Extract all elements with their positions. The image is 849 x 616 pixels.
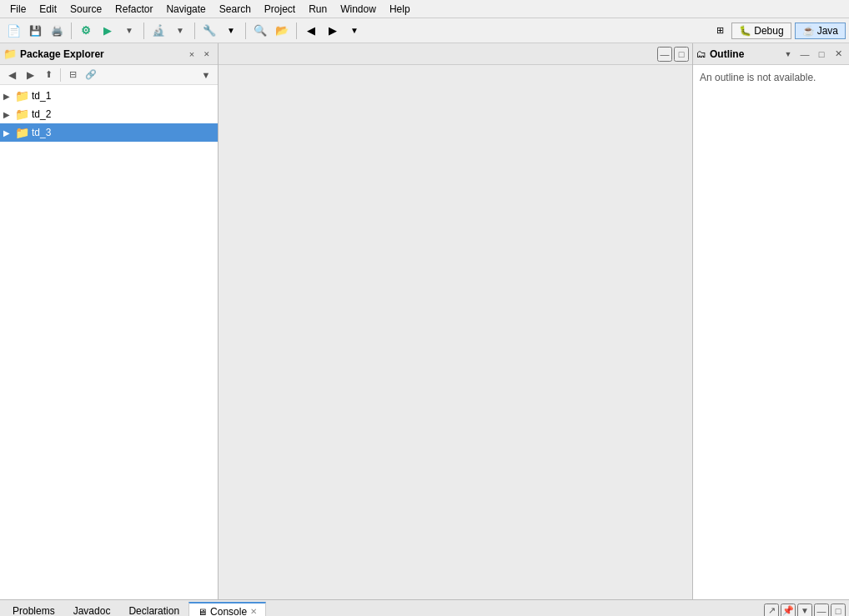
bottom-tab-right: ↗ 📌 ▼ — □ [764, 603, 846, 617]
console-display-dropdown-button[interactable]: ▼ [797, 603, 812, 617]
folder-icon-td3: 📁 [15, 126, 29, 139]
toolbar-sep-3 [194, 23, 195, 39]
console-open-console-button[interactable]: ↗ [764, 603, 779, 617]
outline-panel: 🗂 Outline ▼ — □ ✕ An outline is not avai… [692, 43, 849, 599]
tab-problems-label: Problems [13, 605, 55, 617]
toolbar-sep-1 [71, 23, 72, 39]
toolbar-sep-5 [296, 23, 297, 39]
menu-navigate[interactable]: Navigate [159, 2, 212, 17]
outline-maximize-button[interactable]: □ [814, 47, 829, 62]
tab-console[interactable]: 🖥 Console ✕ [188, 602, 266, 617]
new-button[interactable]: 📄 [3, 21, 23, 41]
tree-label-td1: td_1 [32, 90, 51, 102]
debug-icon: 🐛 [739, 25, 751, 37]
pkg-collapse-button[interactable]: ⊟ [64, 67, 81, 83]
package-explorer-title: Package Explorer [20, 48, 184, 60]
save-button[interactable]: 💾 [25, 21, 45, 41]
pkg-back-button[interactable]: ◀ [3, 67, 20, 83]
debug-perspective-button[interactable]: 🐛 Debug [731, 23, 791, 39]
console-minimize-button[interactable]: — [814, 603, 829, 617]
coverage-dropdown-button[interactable]: ▼ [170, 21, 190, 41]
tree-item-td3[interactable]: ▶ 📁 td_3 [0, 123, 218, 142]
print-button[interactable]: 🖨️ [47, 21, 67, 41]
package-explorer-close-button[interactable]: ✕ [199, 47, 214, 62]
run-last-button[interactable]: ⚙ [76, 21, 96, 41]
outline-icon: 🗂 [696, 48, 706, 60]
editor-maximize-button[interactable]: □ [674, 47, 689, 62]
bottom-panel: Problems Javadoc Declaration 🖥 Console ✕… [0, 599, 849, 616]
pkg-link-button[interactable]: 🔗 [83, 67, 99, 83]
outline-minimize-button[interactable]: — [797, 47, 812, 62]
console-pin-button[interactable]: 📌 [781, 603, 796, 617]
tab-problems[interactable]: Problems [3, 602, 64, 617]
editor-header-right: — □ [657, 47, 689, 62]
tab-console-label: Console [210, 606, 247, 617]
menu-search[interactable]: Search [213, 2, 258, 17]
menu-project[interactable]: Project [258, 2, 302, 17]
main-area: 📁 Package Explorer × ✕ ◀ ▶ ⬆ ⊟ 🔗 ▼ ▶ 📁 t… [0, 43, 849, 599]
pkg-menu-button[interactable]: ▼ [198, 67, 214, 83]
java-icon: ☕ [802, 25, 815, 37]
package-explorer-header: 📁 Package Explorer × ✕ [0, 43, 218, 65]
package-explorer-panel: 📁 Package Explorer × ✕ ◀ ▶ ⬆ ⊟ 🔗 ▼ ▶ 📁 t… [0, 43, 219, 599]
pkg-toolbar-sep1 [60, 68, 61, 82]
forward-dropdown-button[interactable]: ▼ [344, 21, 364, 41]
run-button[interactable]: ▶ [98, 21, 118, 41]
pkg-up-button[interactable]: ⬆ [40, 67, 57, 83]
outline-message: An outline is not available. [693, 65, 849, 90]
perspective-selector-button[interactable]: ⊞ [711, 21, 728, 41]
run-dropdown-button[interactable]: ▼ [119, 21, 139, 41]
menu-help[interactable]: Help [383, 2, 417, 17]
menu-edit[interactable]: Edit [33, 2, 63, 17]
tab-declaration[interactable]: Declaration [119, 602, 188, 617]
outline-dropdown-button[interactable]: ▼ [781, 47, 796, 62]
menu-source[interactable]: Source [63, 2, 108, 17]
menubar: File Edit Source Refactor Navigate Searc… [0, 0, 849, 18]
back-button[interactable]: ◀ [301, 21, 321, 41]
package-explorer-icon: 📁 [3, 48, 17, 60]
java-label: Java [817, 25, 838, 37]
tab-javadoc-label: Javadoc [73, 605, 111, 617]
tree-arrow-td1: ▶ [3, 92, 15, 101]
package-explorer-minimize-button[interactable]: × [184, 47, 199, 62]
tree-item-td1[interactable]: ▶ 📁 td_1 [0, 87, 218, 105]
toolbar-sep-2 [143, 23, 144, 39]
external-tools-button[interactable]: 🔧 [199, 21, 219, 41]
console-icon: 🖥 [198, 607, 207, 617]
tab-javadoc[interactable]: Javadoc [64, 602, 120, 617]
tab-console-close-button[interactable]: ✕ [250, 607, 257, 616]
coverage-button[interactable]: 🔬 [148, 21, 168, 41]
tree-item-td2[interactable]: ▶ 📁 td_2 [0, 105, 218, 123]
editor-panel: — □ [219, 43, 692, 599]
menu-window[interactable]: Window [334, 2, 383, 17]
editor-area [219, 65, 692, 599]
tree-label-td3: td_3 [32, 127, 51, 138]
editor-minimize-button[interactable]: — [657, 47, 672, 62]
search-text-button[interactable]: 📂 [272, 21, 292, 41]
external-tools-dropdown-button[interactable]: ▼ [221, 21, 241, 41]
console-maximize-button[interactable]: □ [831, 603, 846, 617]
package-explorer-toolbar: ◀ ▶ ⬆ ⊟ 🔗 ▼ [0, 65, 218, 85]
search-file-button[interactable]: 🔍 [250, 21, 270, 41]
toolbar: 📄 💾 🖨️ ⚙ ▶ ▼ 🔬 ▼ 🔧 ▼ 🔍 📂 ◀ ▶ ▼ ⊞ 🐛 Debug… [0, 18, 849, 43]
debug-label: Debug [754, 25, 783, 37]
outline-title: Outline [710, 48, 781, 60]
forward-button[interactable]: ▶ [323, 21, 343, 41]
outline-header: 🗂 Outline ▼ — □ ✕ [693, 43, 849, 65]
folder-icon-td2: 📁 [15, 108, 29, 121]
tree-arrow-td2: ▶ [3, 110, 15, 119]
folder-icon-td1: 📁 [15, 89, 29, 103]
toolbar-sep-4 [245, 23, 246, 39]
outline-close-button[interactable]: ✕ [831, 47, 846, 62]
menu-run[interactable]: Run [302, 2, 334, 17]
java-perspective-button[interactable]: ☕ Java [795, 23, 846, 39]
package-tree: ▶ 📁 td_1 ▶ 📁 td_2 ▶ 📁 td_3 [0, 85, 218, 599]
tree-arrow-td3: ▶ [3, 128, 15, 138]
menu-file[interactable]: File [3, 2, 33, 17]
editor-header: — □ [219, 43, 692, 65]
pkg-forward-button[interactable]: ▶ [22, 67, 38, 83]
menu-refactor[interactable]: Refactor [108, 2, 159, 17]
bottom-tabs-bar: Problems Javadoc Declaration 🖥 Console ✕… [0, 600, 849, 616]
tree-label-td2: td_2 [32, 108, 51, 120]
tab-declaration-label: Declaration [128, 605, 179, 617]
